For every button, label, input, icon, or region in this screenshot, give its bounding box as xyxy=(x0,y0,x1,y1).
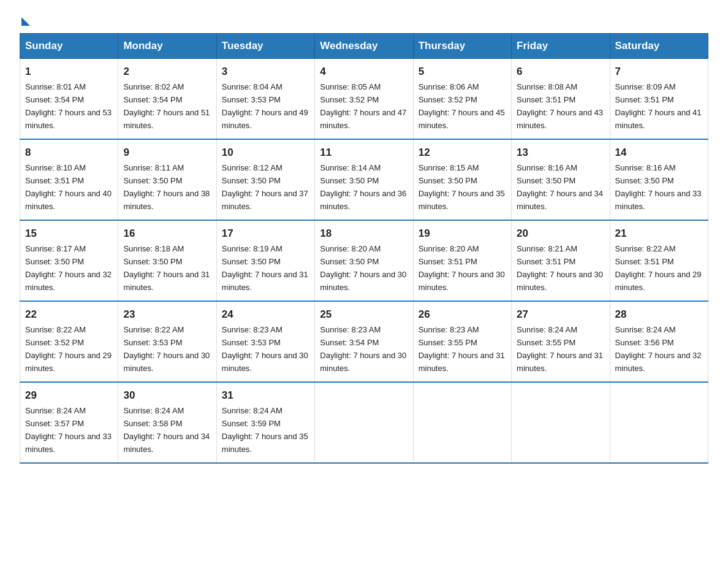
logo-triangle-icon xyxy=(21,17,30,26)
day-number: 23 xyxy=(123,307,211,323)
day-number: 13 xyxy=(517,145,604,161)
week-row-4: 22Sunrise: 8:22 AMSunset: 3:52 PMDayligh… xyxy=(20,301,708,382)
day-info: Sunrise: 8:14 AMSunset: 3:50 PMDaylight:… xyxy=(320,163,406,211)
day-info: Sunrise: 8:06 AMSunset: 3:52 PMDaylight:… xyxy=(419,82,505,130)
day-cell: 5Sunrise: 8:06 AMSunset: 3:52 PMDaylight… xyxy=(413,59,511,140)
day-cell: 23Sunrise: 8:22 AMSunset: 3:53 PMDayligh… xyxy=(118,301,216,382)
day-cell: 17Sunrise: 8:19 AMSunset: 3:50 PMDayligh… xyxy=(216,220,314,301)
header-thursday: Thursday xyxy=(413,34,511,59)
day-cell: 11Sunrise: 8:14 AMSunset: 3:50 PMDayligh… xyxy=(315,139,413,220)
day-number: 14 xyxy=(615,145,703,161)
day-number: 8 xyxy=(25,145,113,161)
day-cell xyxy=(315,382,413,463)
day-info: Sunrise: 8:22 AMSunset: 3:52 PMDaylight:… xyxy=(25,325,112,373)
day-info: Sunrise: 8:20 AMSunset: 3:50 PMDaylight:… xyxy=(320,244,406,292)
day-info: Sunrise: 8:09 AMSunset: 3:51 PMDaylight:… xyxy=(615,82,702,130)
day-cell: 14Sunrise: 8:16 AMSunset: 3:50 PMDayligh… xyxy=(610,139,708,220)
day-info: Sunrise: 8:17 AMSunset: 3:50 PMDaylight:… xyxy=(25,244,112,292)
day-number: 16 xyxy=(123,226,211,242)
day-number: 4 xyxy=(320,64,408,80)
day-cell: 1Sunrise: 8:01 AMSunset: 3:54 PMDaylight… xyxy=(20,59,118,140)
day-info: Sunrise: 8:24 AMSunset: 3:58 PMDaylight:… xyxy=(123,406,210,454)
day-number: 17 xyxy=(222,226,309,242)
day-cell: 15Sunrise: 8:17 AMSunset: 3:50 PMDayligh… xyxy=(20,220,118,301)
day-info: Sunrise: 8:24 AMSunset: 3:55 PMDaylight:… xyxy=(517,325,603,373)
day-info: Sunrise: 8:12 AMSunset: 3:50 PMDaylight:… xyxy=(222,163,308,211)
day-cell: 25Sunrise: 8:23 AMSunset: 3:54 PMDayligh… xyxy=(315,301,413,382)
day-number: 5 xyxy=(419,64,506,80)
day-number: 18 xyxy=(320,226,408,242)
day-cell: 20Sunrise: 8:21 AMSunset: 3:51 PMDayligh… xyxy=(512,220,610,301)
week-row-3: 15Sunrise: 8:17 AMSunset: 3:50 PMDayligh… xyxy=(20,220,708,301)
day-info: Sunrise: 8:23 AMSunset: 3:54 PMDaylight:… xyxy=(320,325,406,373)
day-cell: 13Sunrise: 8:16 AMSunset: 3:50 PMDayligh… xyxy=(512,139,610,220)
day-number: 3 xyxy=(222,64,309,80)
day-number: 1 xyxy=(25,64,113,80)
day-info: Sunrise: 8:19 AMSunset: 3:50 PMDaylight:… xyxy=(222,244,308,292)
day-info: Sunrise: 8:05 AMSunset: 3:52 PMDaylight:… xyxy=(320,82,406,130)
day-cell: 24Sunrise: 8:23 AMSunset: 3:53 PMDayligh… xyxy=(216,301,314,382)
day-info: Sunrise: 8:20 AMSunset: 3:51 PMDaylight:… xyxy=(419,244,505,292)
calendar-header-row: SundayMondayTuesdayWednesdayThursdayFrid… xyxy=(20,34,708,59)
logo xyxy=(20,15,30,22)
day-info: Sunrise: 8:10 AMSunset: 3:51 PMDaylight:… xyxy=(25,163,112,211)
day-info: Sunrise: 8:22 AMSunset: 3:51 PMDaylight:… xyxy=(615,244,702,292)
day-cell: 26Sunrise: 8:23 AMSunset: 3:55 PMDayligh… xyxy=(413,301,511,382)
day-cell xyxy=(413,382,511,463)
day-cell: 27Sunrise: 8:24 AMSunset: 3:55 PMDayligh… xyxy=(512,301,610,382)
day-info: Sunrise: 8:24 AMSunset: 3:59 PMDaylight:… xyxy=(222,406,308,454)
day-cell: 10Sunrise: 8:12 AMSunset: 3:50 PMDayligh… xyxy=(216,139,314,220)
header-sunday: Sunday xyxy=(20,34,118,59)
day-cell: 2Sunrise: 8:02 AMSunset: 3:54 PMDaylight… xyxy=(118,59,216,140)
day-number: 20 xyxy=(517,226,604,242)
header-saturday: Saturday xyxy=(610,34,708,59)
day-number: 15 xyxy=(25,226,113,242)
day-number: 2 xyxy=(123,64,211,80)
day-cell: 30Sunrise: 8:24 AMSunset: 3:58 PMDayligh… xyxy=(118,382,216,463)
day-number: 6 xyxy=(517,64,604,80)
day-cell: 19Sunrise: 8:20 AMSunset: 3:51 PMDayligh… xyxy=(413,220,511,301)
day-cell: 12Sunrise: 8:15 AMSunset: 3:50 PMDayligh… xyxy=(413,139,511,220)
day-info: Sunrise: 8:11 AMSunset: 3:50 PMDaylight:… xyxy=(123,163,210,211)
day-info: Sunrise: 8:18 AMSunset: 3:50 PMDaylight:… xyxy=(123,244,210,292)
day-info: Sunrise: 8:23 AMSunset: 3:55 PMDaylight:… xyxy=(419,325,505,373)
header-friday: Friday xyxy=(512,34,610,59)
day-number: 29 xyxy=(25,388,113,404)
week-row-5: 29Sunrise: 8:24 AMSunset: 3:57 PMDayligh… xyxy=(20,382,708,463)
header-wednesday: Wednesday xyxy=(315,34,413,59)
day-number: 12 xyxy=(419,145,506,161)
day-info: Sunrise: 8:08 AMSunset: 3:51 PMDaylight:… xyxy=(517,82,603,130)
day-info: Sunrise: 8:15 AMSunset: 3:50 PMDaylight:… xyxy=(419,163,505,211)
day-info: Sunrise: 8:16 AMSunset: 3:50 PMDaylight:… xyxy=(517,163,603,211)
day-info: Sunrise: 8:01 AMSunset: 3:54 PMDaylight:… xyxy=(25,82,112,130)
week-row-1: 1Sunrise: 8:01 AMSunset: 3:54 PMDaylight… xyxy=(20,59,708,140)
day-info: Sunrise: 8:24 AMSunset: 3:56 PMDaylight:… xyxy=(615,325,702,373)
day-cell: 22Sunrise: 8:22 AMSunset: 3:52 PMDayligh… xyxy=(20,301,118,382)
header-monday: Monday xyxy=(118,34,216,59)
day-number: 24 xyxy=(222,307,309,323)
week-row-2: 8Sunrise: 8:10 AMSunset: 3:51 PMDaylight… xyxy=(20,139,708,220)
day-number: 10 xyxy=(222,145,309,161)
day-cell: 8Sunrise: 8:10 AMSunset: 3:51 PMDaylight… xyxy=(20,139,118,220)
day-number: 31 xyxy=(222,388,309,404)
day-cell: 31Sunrise: 8:24 AMSunset: 3:59 PMDayligh… xyxy=(216,382,314,463)
day-number: 7 xyxy=(615,64,703,80)
day-info: Sunrise: 8:02 AMSunset: 3:54 PMDaylight:… xyxy=(123,82,210,130)
day-cell: 4Sunrise: 8:05 AMSunset: 3:52 PMDaylight… xyxy=(315,59,413,140)
day-cell: 9Sunrise: 8:11 AMSunset: 3:50 PMDaylight… xyxy=(118,139,216,220)
day-number: 22 xyxy=(25,307,113,323)
day-cell: 6Sunrise: 8:08 AMSunset: 3:51 PMDaylight… xyxy=(512,59,610,140)
page-header xyxy=(20,15,708,22)
day-number: 28 xyxy=(615,307,703,323)
day-info: Sunrise: 8:16 AMSunset: 3:50 PMDaylight:… xyxy=(615,163,702,211)
day-info: Sunrise: 8:23 AMSunset: 3:53 PMDaylight:… xyxy=(222,325,308,373)
day-info: Sunrise: 8:21 AMSunset: 3:51 PMDaylight:… xyxy=(517,244,603,292)
day-cell: 3Sunrise: 8:04 AMSunset: 3:53 PMDaylight… xyxy=(216,59,314,140)
day-number: 9 xyxy=(123,145,211,161)
day-info: Sunrise: 8:24 AMSunset: 3:57 PMDaylight:… xyxy=(25,406,112,454)
day-cell xyxy=(512,382,610,463)
day-cell: 16Sunrise: 8:18 AMSunset: 3:50 PMDayligh… xyxy=(118,220,216,301)
day-number: 21 xyxy=(615,226,703,242)
day-number: 26 xyxy=(419,307,506,323)
day-number: 25 xyxy=(320,307,408,323)
